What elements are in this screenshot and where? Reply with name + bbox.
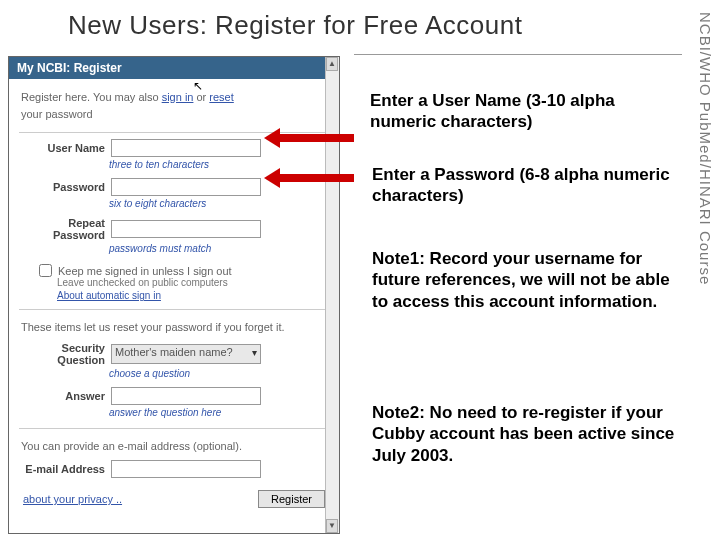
cursor-icon: ↖ (193, 79, 203, 93)
arrow-shaft (278, 134, 354, 142)
scrollbar[interactable]: ▲ ▼ (325, 57, 339, 533)
optional-paragraph: You can provide an e-mail address (optio… (9, 433, 339, 458)
password-hint: six to eight characters (9, 198, 339, 215)
answer-hint: answer the question here (9, 407, 339, 424)
register-button[interactable]: Register (258, 490, 325, 508)
username-label: User Name (19, 142, 111, 154)
arrow-shaft (278, 174, 354, 182)
divider (354, 54, 682, 55)
security-question-select[interactable]: Mother's maiden name? (111, 344, 261, 364)
password-input[interactable] (111, 178, 261, 196)
intro-pre: Register here. You may also (21, 91, 162, 103)
intro-post: your password (21, 108, 93, 120)
annotation-note1: Note1: Record your username for future r… (372, 248, 678, 312)
keep-signed-checkbox[interactable] (39, 264, 52, 277)
scroll-down-icon[interactable]: ▼ (326, 519, 338, 533)
annotation-note2: Note2: No need to re-register if your Cu… (372, 402, 678, 466)
ncbi-register-screenshot: My NCBI: Register ↖ Register here. You m… (8, 56, 340, 534)
email-label: E-mail Address (19, 463, 111, 475)
privacy-link[interactable]: about your privacy .. (23, 493, 122, 505)
separator-2 (19, 309, 329, 310)
email-input[interactable] (111, 460, 261, 478)
answer-input[interactable] (111, 387, 261, 405)
register-intro: Register here. You may also sign in or r… (9, 79, 339, 128)
keep-signed-sub: Leave unchecked on public computers (9, 277, 339, 288)
course-side-label: NCBI/WHO PubMed/HINARI Course (697, 12, 714, 285)
password-label: Password (19, 181, 111, 193)
separator-3 (19, 428, 329, 429)
repeat-password-label: Repeat Password (19, 217, 111, 241)
security-question-hint: choose a question (9, 368, 339, 385)
side-label-part2: PubMed/HINARI Course (697, 97, 714, 286)
repeat-password-hint: passwords must match (9, 243, 339, 260)
signin-link[interactable]: sign in (162, 91, 194, 103)
keep-signed-label: Keep me signed in unless I sign out (58, 265, 232, 277)
answer-label: Answer (19, 390, 111, 402)
annotation-password: Enter a Password (6-8 alpha numeric char… (372, 164, 672, 207)
ncbi-header: My NCBI: Register (9, 57, 339, 79)
reset-paragraph: These items let us reset your password i… (9, 314, 339, 339)
side-label-part1: NCBI/WHO (697, 12, 714, 97)
scroll-up-icon[interactable]: ▲ (326, 57, 338, 71)
slide-title: New Users: Register for Free Account (0, 0, 720, 45)
username-input[interactable] (111, 139, 261, 157)
auto-signin-link[interactable]: About automatic sign in (57, 290, 161, 301)
security-question-label: Security Question (19, 342, 111, 366)
separator (19, 132, 329, 133)
repeat-password-input[interactable] (111, 220, 261, 238)
annotation-username: Enter a User Name (3-10 alpha numeric ch… (370, 90, 660, 133)
reset-link[interactable]: reset (209, 91, 233, 103)
